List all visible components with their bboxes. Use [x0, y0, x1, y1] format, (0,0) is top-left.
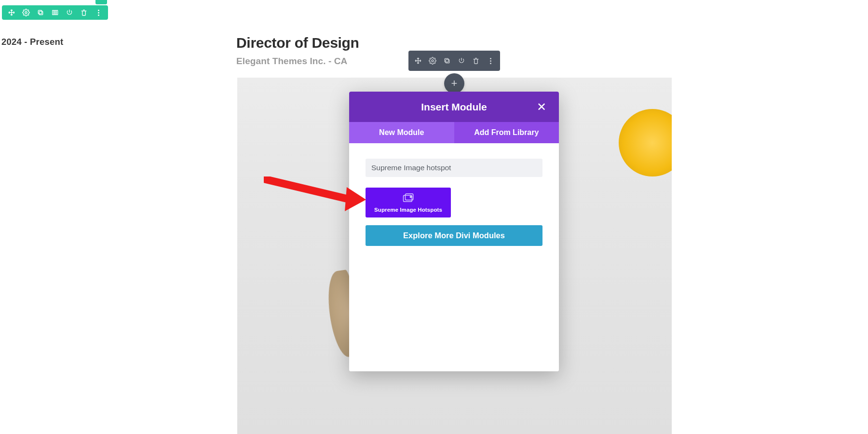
move-icon[interactable]	[5, 5, 18, 20]
svg-rect-8	[445, 58, 448, 62]
svg-rect-1	[39, 11, 42, 14]
more-icon[interactable]	[484, 51, 497, 71]
gear-icon[interactable]	[426, 51, 439, 71]
image-hotspot-icon	[402, 193, 415, 203]
module-card-supreme-image-hotspots[interactable]: Supreme Image Hotspots	[366, 188, 451, 217]
svg-rect-4	[54, 10, 56, 14]
columns-icon[interactable]	[48, 5, 62, 20]
svg-rect-5	[56, 10, 58, 14]
power-icon[interactable]	[455, 51, 468, 71]
date-range: 2024 - Present	[1, 37, 63, 47]
company-line: Elegant Themes Inc. - CA	[236, 56, 347, 67]
duplicate-icon[interactable]	[440, 51, 454, 71]
explore-more-modules-button[interactable]: Explore More Divi Modules	[366, 225, 542, 246]
job-title: Director of Design	[236, 35, 359, 51]
trash-icon[interactable]	[77, 5, 91, 20]
move-icon[interactable]	[411, 51, 425, 71]
section-toolbar	[2, 5, 108, 20]
decorative-shape	[619, 109, 672, 176]
module-card-label: Supreme Image Hotspots	[374, 207, 442, 213]
plus-icon: +	[451, 77, 458, 90]
explore-button-label: Explore More Divi Modules	[403, 231, 505, 240]
tab-add-from-library[interactable]: Add From Library	[454, 122, 559, 143]
modal-tabs: New Module Add From Library	[349, 122, 559, 143]
gear-icon[interactable]	[19, 5, 33, 20]
svg-point-11	[410, 196, 411, 198]
duplicate-icon[interactable]	[34, 5, 47, 20]
svg-rect-2	[38, 10, 41, 14]
power-icon[interactable]	[63, 5, 76, 20]
svg-point-0	[25, 12, 27, 14]
trash-icon[interactable]	[469, 51, 483, 71]
insert-module-modal: Insert Module ✕ New Module Add From Libr…	[349, 92, 559, 371]
add-module-button[interactable]: +	[444, 73, 464, 94]
tab-new-module[interactable]: New Module	[349, 122, 454, 143]
svg-rect-3	[53, 10, 54, 14]
svg-rect-7	[446, 59, 449, 63]
modal-header[interactable]: Insert Module ✕	[349, 92, 559, 122]
section-tab-handle[interactable]	[95, 0, 107, 4]
more-icon[interactable]	[92, 5, 105, 20]
module-search-input[interactable]	[366, 159, 542, 177]
svg-point-6	[432, 60, 434, 62]
module-toolbar	[408, 51, 500, 71]
modal-title: Insert Module	[421, 101, 487, 113]
close-icon[interactable]: ✕	[532, 92, 551, 122]
modal-body: Supreme Image Hotspots Explore More Divi…	[349, 143, 559, 371]
